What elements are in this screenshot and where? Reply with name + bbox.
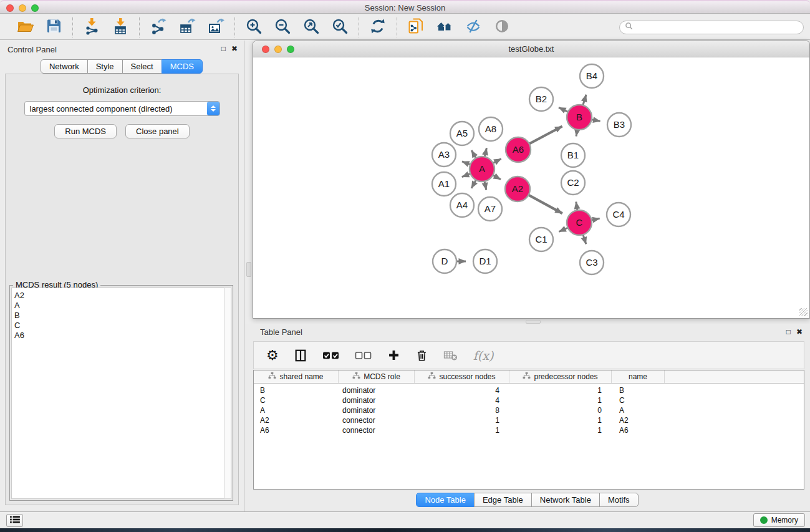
float-table-panel-icon[interactable]: □ [786,327,791,336]
table-cell[interactable]: 1 [509,385,612,395]
graph-node-A5[interactable]: A5 [450,122,474,145]
resize-grip-icon[interactable] [799,308,808,316]
float-panel-icon[interactable]: □ [221,44,226,53]
network-minimize-button[interactable] [274,46,282,53]
table-cell[interactable]: connector [339,415,415,425]
network-close-button[interactable] [262,46,269,53]
memory-button[interactable]: Memory [753,513,805,527]
table-cell[interactable]: dominator [339,385,415,395]
network-graph[interactable]: B4B2BB3A5A8A6A3B1AA1C2A2A4A7C4CC1C3DD1 [254,58,809,317]
graph-node-B1[interactable]: B1 [561,143,585,167]
mcds-result-item[interactable]: A2 [12,291,224,301]
tab-mcds[interactable]: MCDS [162,59,203,74]
tab-style[interactable]: Style [87,59,123,74]
graph-node-A3[interactable]: A3 [432,143,456,167]
import-network-button[interactable] [81,17,102,37]
maximize-window-button[interactable] [31,4,39,12]
graph-node-B4[interactable]: B4 [580,64,604,88]
close-panel-icon[interactable]: ✖ [231,44,238,53]
add-column-button[interactable] [387,346,400,365]
table-cell[interactable]: 1 [509,425,612,435]
gear-menu-button[interactable]: ⚙ [266,346,279,365]
graph-node-A6[interactable]: A6 [506,137,531,162]
graph-node-B2[interactable]: B2 [529,87,553,111]
graph-node-D1[interactable]: D1 [473,249,497,273]
table-cell[interactable]: 1 [509,395,612,405]
export-table-button[interactable] [176,17,198,37]
search-input[interactable] [636,22,798,32]
table-cell[interactable]: A6 [612,425,665,435]
table-tab-node-table[interactable]: Node Table [416,493,475,507]
graph-node-C2[interactable]: C2 [561,171,585,195]
close-window-button[interactable] [6,4,14,12]
graph-node-B3[interactable]: B3 [607,113,631,137]
horizontal-splitter-handle[interactable] [526,320,541,324]
zoom-out-button[interactable] [272,17,293,37]
export-image-button[interactable] [205,17,226,37]
graph-node-A8[interactable]: A8 [479,117,503,141]
open-file-button[interactable] [14,17,36,37]
table-cell[interactable]: B [612,385,665,395]
delete-column-button[interactable] [415,346,428,365]
table-cell[interactable]: 4 [415,395,509,405]
graph-node-D[interactable]: D [433,249,456,273]
table-cell[interactable]: 1 [415,415,509,425]
new-network-from-selection-button[interactable] [405,17,427,37]
table-cell[interactable]: A2 [612,415,665,425]
graph-node-C1[interactable]: C1 [529,228,553,251]
search-box[interactable] [619,21,804,34]
table-cell[interactable]: A [254,405,339,415]
graph-node-A[interactable]: A [470,157,494,181]
table-tab-motifs[interactable]: Motifs [599,493,639,507]
table-row[interactable]: A6connector11A6 [254,425,804,435]
table-tab-network-table[interactable]: Network Table [531,493,600,507]
node-table[interactable]: shared nameMCDS rolesuccessor nodesprede… [253,370,804,490]
graph-node-C[interactable]: C [567,210,592,235]
export-network-button[interactable] [148,17,169,37]
run-mcds-button[interactable]: Run MCDS [54,124,117,138]
graph-node-A4[interactable]: A4 [450,193,474,217]
network-canvas[interactable]: B4B2BB3A5A8A6A3B1AA1C2A2A4A7C4CC1C3DD1 [254,58,809,317]
column-header-shared-name[interactable]: shared name [254,370,339,383]
graph-node-C3[interactable]: C3 [580,251,604,274]
mcds-result-item[interactable]: B [12,311,224,321]
first-neighbors-button[interactable] [434,17,455,37]
graph-node-B[interactable]: B [567,105,592,130]
column-header-predecessor-nodes[interactable]: predecessor nodes [509,370,612,383]
mcds-result-item[interactable]: C [12,321,224,331]
network-window-titlebar[interactable]: testGlobe.txt [253,41,809,57]
save-session-button[interactable] [43,17,64,37]
table-cell[interactable]: A2 [254,415,339,425]
show-all-button[interactable] [491,17,513,37]
result-scrollbar[interactable] [224,288,231,499]
table-cell[interactable]: 0 [509,405,612,415]
table-tab-edge-table[interactable]: Edge Table [474,493,532,507]
column-visibility-button[interactable] [294,346,307,365]
table-cell[interactable]: A [612,405,665,415]
close-table-panel-icon[interactable]: ✖ [796,327,803,336]
vertical-splitter-handle[interactable] [246,262,251,277]
table-row[interactable]: Bdominator41B [254,385,804,395]
table-cell[interactable]: 4 [415,385,509,395]
deselect-all-button[interactable] [355,346,372,365]
table-row[interactable]: Cdominator41C [254,395,804,405]
zoom-in-button[interactable] [243,17,264,37]
close-panel-button[interactable]: Close panel [125,124,190,138]
table-cell[interactable]: B [254,385,339,395]
table-cell[interactable]: C [612,395,665,405]
table-cell[interactable]: C [254,395,339,405]
table-cell[interactable]: dominator [339,405,415,415]
column-header-mcds-role[interactable]: MCDS role [339,370,415,383]
minimize-window-button[interactable] [19,4,26,12]
tab-select[interactable]: Select [122,59,162,74]
table-cell[interactable]: 8 [415,405,509,415]
graph-node-A7[interactable]: A7 [478,197,502,221]
table-row[interactable]: Adominator80A [254,405,804,415]
mcds-result-list[interactable]: A2ABCA6 [11,288,224,499]
show-panels-button[interactable] [6,514,23,527]
table-row[interactable]: A2connector11A2 [254,415,804,425]
select-all-button[interactable] [322,346,340,365]
titlebar[interactable]: Session: New Session [0,0,810,14]
table-cell[interactable]: 1 [509,415,612,425]
mcds-result-item[interactable]: A [12,301,224,311]
